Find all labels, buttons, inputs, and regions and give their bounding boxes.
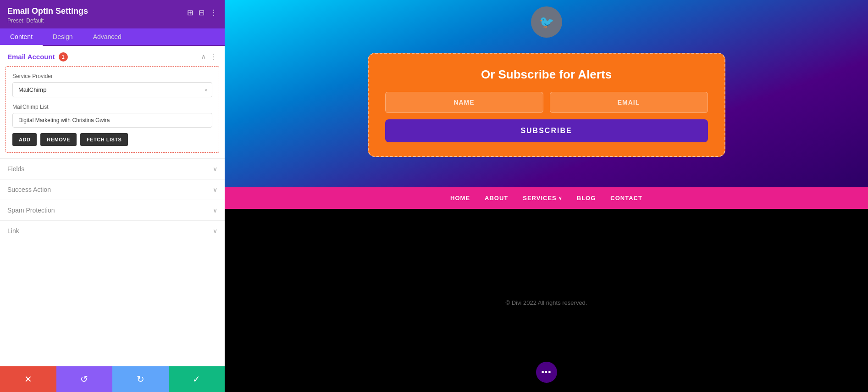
mailchimp-list-value: Digital Marketing with Christina Gwira (12, 113, 212, 128)
service-provider-wrapper: MailChimp ActiveCampaign ConvertKit ⬦ (12, 82, 212, 97)
panel-header-icons: ⊞ ⊟ ⋮ (187, 8, 217, 17)
subscribe-area: 🐦 Or Subscribe for Alerts NAME EMAIL SUB… (225, 0, 868, 187)
spam-protection-title: Spam Protection (7, 207, 55, 214)
add-button[interactable]: ADD (12, 133, 37, 146)
service-provider-select[interactable]: MailChimp ActiveCampaign ConvertKit (12, 82, 212, 97)
service-provider-label: Service Provider (12, 73, 212, 79)
email-input[interactable]: EMAIL (550, 92, 708, 113)
dots-icon: ••• (542, 368, 552, 377)
panel-header: Email Optin Settings Preset: Default ⊞ ⊟… (0, 0, 225, 28)
undo-button[interactable]: ↺ (56, 366, 113, 392)
fields-section: Fields ∨ (0, 158, 225, 179)
success-action-title: Success Action (7, 186, 51, 193)
spam-protection-section: Spam Protection ∨ (0, 200, 225, 220)
email-account-section-header: Email Account 1 ∧ ⋮ (0, 46, 225, 66)
subscribe-inputs: NAME EMAIL (385, 92, 708, 113)
tabs-row: Content Design Advanced (0, 28, 225, 46)
success-action-section: Success Action ∨ (0, 179, 225, 200)
nav-about[interactable]: ABOUT (485, 195, 508, 202)
name-input[interactable]: NAME (385, 92, 543, 113)
link-title: Link (7, 227, 19, 235)
section-title-row: Email Account 1 (7, 52, 68, 62)
tab-advanced[interactable]: Advanced (83, 28, 132, 46)
fetch-lists-button[interactable]: FETCH LISTS (80, 133, 128, 146)
services-chevron-icon: ∨ (558, 196, 562, 201)
subscribe-button[interactable]: SUBSCRIBE (385, 119, 708, 142)
right-content: 🐦 Or Subscribe for Alerts NAME EMAIL SUB… (225, 0, 868, 392)
panel-preset: Preset: Default (7, 17, 88, 24)
email-account-title: Email Account (7, 53, 55, 61)
tab-design[interactable]: Design (43, 28, 83, 46)
nav-home[interactable]: HOME (450, 195, 470, 202)
spam-protection-header[interactable]: Spam Protection ∨ (0, 200, 225, 220)
floating-dots-button[interactable]: ••• (536, 362, 557, 383)
panel-header-left: Email Optin Settings Preset: Default (7, 6, 88, 24)
nav-contact[interactable]: CONTACT (610, 195, 642, 202)
bottom-bar: ✕ ↺ ↻ ✓ (0, 366, 225, 392)
email-account-badge: 1 (59, 52, 68, 62)
right-panel: 🐦 Or Subscribe for Alerts NAME EMAIL SUB… (225, 0, 868, 392)
save-icon: ✓ (193, 374, 200, 385)
nav-blog[interactable]: BLOG (577, 195, 596, 202)
section-more-icon[interactable]: ⋮ (210, 52, 217, 61)
left-panel: Email Optin Settings Preset: Default ⊞ ⊟… (0, 0, 225, 392)
footer-text: © Divi 2022 All rights reserved. (506, 299, 587, 306)
twitter-icon: 🐦 (539, 15, 554, 29)
undo-icon: ↺ (80, 374, 88, 385)
fields-title: Fields (7, 165, 24, 173)
section-actions: ∧ ⋮ (201, 52, 217, 61)
tab-content[interactable]: Content (0, 28, 43, 46)
cancel-icon: ✕ (24, 374, 32, 385)
action-buttons: ADD REMOVE FETCH LISTS (12, 133, 212, 146)
link-chevron: ∨ (213, 227, 217, 235)
footer-area: © Divi 2022 All rights reserved. ••• (225, 209, 868, 392)
redo-button[interactable]: ↻ (112, 366, 169, 392)
mailchimp-list-label: MailChimp List (12, 104, 212, 110)
email-account-box: Service Provider MailChimp ActiveCampaig… (6, 66, 219, 153)
nav-bar: HOME ABOUT SERVICES ∨ BLOG CONTACT (225, 187, 868, 209)
subscribe-card: Or Subscribe for Alerts NAME EMAIL SUBSC… (368, 53, 725, 157)
grid-icon[interactable]: ⊟ (199, 8, 205, 17)
success-action-header[interactable]: Success Action ∨ (0, 179, 225, 200)
cancel-button[interactable]: ✕ (0, 366, 56, 392)
success-action-chevron: ∨ (213, 186, 217, 193)
nav-services[interactable]: SERVICES ∨ (523, 195, 562, 202)
panel-body: Email Account 1 ∧ ⋮ Service Provider Mai… (0, 46, 225, 366)
panel-title: Email Optin Settings (7, 6, 88, 17)
spam-protection-chevron: ∨ (213, 207, 217, 214)
more-icon[interactable]: ⋮ (210, 8, 217, 17)
fields-header[interactable]: Fields ∨ (0, 159, 225, 179)
save-button[interactable]: ✓ (169, 366, 225, 392)
collapse-icon[interactable]: ∧ (201, 52, 206, 61)
remove-button[interactable]: REMOVE (40, 133, 77, 146)
twitter-circle: 🐦 (531, 6, 562, 38)
expand-icon[interactable]: ⊞ (187, 8, 193, 17)
subscribe-title: Or Subscribe for Alerts (385, 67, 708, 82)
link-header[interactable]: Link ∨ (0, 221, 225, 241)
fields-chevron: ∨ (213, 165, 217, 173)
redo-icon: ↻ (137, 374, 144, 385)
link-section: Link ∨ (0, 220, 225, 241)
